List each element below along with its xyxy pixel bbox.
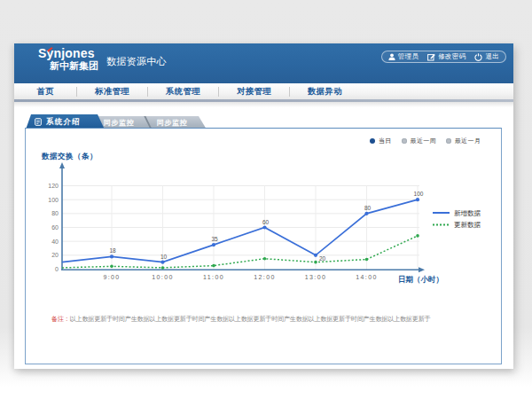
app-header: Synjones 新中新集团 数据资源中心 管理员 修改密码 退出	[14, 43, 513, 83]
logo-text-en: Synjones	[38, 48, 98, 59]
y-tick-label: 60	[51, 224, 59, 231]
main-nav: 首页 标准管理 系统管理 对接管理 数据异动	[14, 83, 513, 99]
user-menu-change-password[interactable]: 修改密码	[427, 52, 466, 61]
nav-item-system-mgmt[interactable]: 系统管理	[148, 87, 219, 97]
point-label: 20	[319, 255, 326, 262]
nav-item-connect-mgmt[interactable]: 对接管理	[219, 87, 290, 97]
point-label: 35	[211, 236, 218, 242]
x-tick-label: 14:00	[356, 274, 378, 280]
data-point	[212, 243, 215, 246]
user-menu-logout[interactable]: 退出	[474, 52, 499, 61]
footnote: 备注：以上数据更新于时间产生数据以上数据更新于时间产生数据以上数据更新于时间产生…	[51, 315, 430, 324]
line-chart: 0204060801001209:0010:0011:0012:0013:001…	[26, 129, 501, 306]
data-point	[212, 264, 215, 268]
x-tick-label: 10:00	[152, 274, 174, 280]
y-tick-label: 20	[51, 252, 59, 258]
x-axis-title: 日期（小时）	[398, 275, 443, 284]
data-point	[314, 254, 317, 257]
footnote-text: 以上数据更新于时间产生数据以上数据更新于时间产生数据以上数据更新于时间产生数据以…	[70, 316, 431, 323]
data-point	[416, 198, 419, 201]
point-label: 10	[160, 254, 168, 260]
tab-system-intro-label: 系统介绍	[46, 117, 81, 128]
y-axis-arrow	[59, 162, 65, 168]
x-tick-label: 11:00	[203, 274, 224, 280]
y-tick-label: 100	[48, 197, 59, 203]
legend-label: 新增数据	[454, 209, 481, 217]
x-tick-label: 13:00	[305, 274, 327, 280]
footnote-prefix: 备注：	[51, 316, 70, 323]
content-panel: 当日 最近一周 最近一月 0204060801001209:0010:0011:…	[25, 128, 502, 364]
nav-shadow	[14, 102, 513, 107]
x-axis-arrow	[419, 267, 425, 272]
data-point	[262, 225, 266, 229]
y-tick-label: 80	[51, 210, 59, 216]
y-tick-label: 0	[55, 266, 59, 272]
point-label: 18	[109, 247, 116, 254]
y-tick-label: 120	[48, 183, 59, 189]
x-tick-label: 12:00	[254, 274, 276, 280]
user-icon	[388, 53, 395, 60]
nav-item-standard-mgmt[interactable]: 标准管理	[77, 87, 148, 97]
data-point	[110, 254, 113, 258]
y-tick-label: 40	[51, 239, 59, 245]
data-point	[365, 258, 369, 262]
legend-label: 更新数据	[454, 221, 481, 229]
logo-text-cn: 新中新集团	[50, 60, 98, 71]
point-label: 80	[364, 205, 372, 211]
user-menu-admin[interactable]: 管理员	[388, 52, 419, 61]
page-title: 数据资源中心	[106, 55, 167, 68]
document-icon	[35, 118, 42, 126]
x-tick-label: 9:00	[103, 274, 120, 280]
data-point	[160, 261, 164, 264]
browser-page: Synjones 新中新集团 数据资源中心 管理员 修改密码 退出 首页 标准管…	[14, 43, 513, 369]
user-menu-logout-label: 退出	[485, 52, 499, 61]
logo[interactable]: Synjones 新中新集团	[38, 48, 98, 71]
edit-icon	[427, 53, 435, 61]
data-point	[161, 266, 165, 270]
data-point	[364, 212, 368, 215]
data-point	[263, 257, 267, 261]
power-icon	[474, 53, 482, 61]
nav-item-data-change[interactable]: 数据异动	[290, 87, 360, 97]
data-point	[416, 234, 419, 238]
mockup-background: { "brand": { "logo_en": "Synjones", "log…	[0, 0, 532, 399]
user-menu-admin-label: 管理员	[398, 52, 419, 61]
point-label: 60	[262, 219, 270, 225]
point-label: 100	[414, 191, 424, 197]
user-menu: 管理员 修改密码 退出	[381, 51, 506, 63]
user-menu-change-password-label: 修改密码	[438, 52, 466, 61]
nav-item-home[interactable]: 首页	[14, 87, 77, 97]
chart-title: 数据交换（条）	[41, 152, 98, 160]
data-point	[110, 265, 113, 269]
data-point	[314, 261, 317, 264]
